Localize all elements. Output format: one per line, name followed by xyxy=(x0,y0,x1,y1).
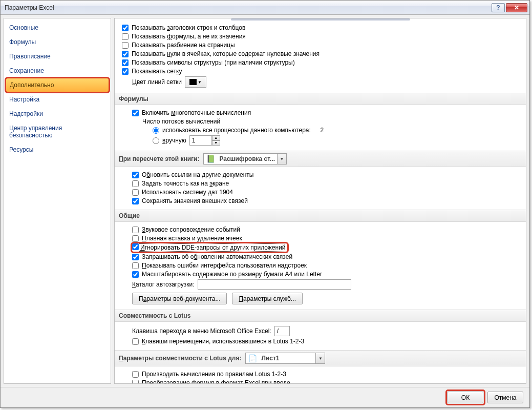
titlebar: Параметры Excel ? ✕ xyxy=(1,1,529,15)
section-general: Общие xyxy=(115,210,526,222)
chk-multithread[interactable] xyxy=(132,110,139,116)
chk-addin-err[interactable] xyxy=(132,262,139,269)
web-params-label: Параметры веб-документа... xyxy=(139,295,220,302)
lotus-sheet-dropdown[interactable]: 📄 Лист1 ▼ xyxy=(245,353,325,364)
chk-date1904[interactable] xyxy=(132,189,139,196)
chk-save-ext[interactable] xyxy=(132,198,139,204)
startup-folder-input[interactable] xyxy=(198,279,351,290)
sidebar-item-customize[interactable]: Настройка xyxy=(4,92,111,107)
lbl-smooth: Плавная вставка и удаление ячеек xyxy=(142,235,242,242)
section-formulas: Формулы xyxy=(115,93,526,105)
lbl-show-zeros: Показывать нули в ячейках, которые содер… xyxy=(132,50,320,57)
sidebar-item-trust[interactable]: Центр управления безопасностью xyxy=(4,121,111,142)
lotus-sheet-name: Лист1 xyxy=(259,355,315,362)
service-params-button[interactable]: Параметры служб... xyxy=(232,293,302,304)
web-params-button[interactable]: Параметры веб-документа... xyxy=(132,293,227,304)
lbl-show-grid: Показывать сетку xyxy=(132,68,182,75)
sheet-icon: 📄 xyxy=(248,354,257,363)
lbl-precision: Задать точность как на экране xyxy=(142,180,229,187)
lbl-lotus-convert: Преобразование формул в формат Excel при… xyxy=(142,379,290,384)
chk-show-formulas[interactable] xyxy=(122,33,129,40)
excel-book-icon: 📗 xyxy=(206,154,215,163)
dropdown-arrow-icon[interactable]: ▼ xyxy=(277,154,286,164)
chk-ignore-dde[interactable] xyxy=(132,243,139,250)
sidebar-item-formulas[interactable]: Формулы xyxy=(4,35,111,49)
dialog-footer: ОК Отмена xyxy=(1,387,529,407)
chk-show-headers[interactable] xyxy=(122,25,129,31)
lbl-ignore-dde: Игнорировать DDE-запросы от других прило… xyxy=(139,243,287,252)
sidebar-item-resources[interactable]: Ресурсы xyxy=(4,142,111,157)
lbl-all-cpu: использовать все процессоры данного комп… xyxy=(162,127,311,134)
lbl-multithread: Включить многопоточные вычисления xyxy=(142,109,251,116)
radio-all-cpu[interactable] xyxy=(153,127,159,134)
dialog-body: Основные Формулы Правописание Сохранение… xyxy=(1,15,529,387)
chk-lotus-calc[interactable] xyxy=(132,371,139,378)
recalc-book-dropdown[interactable]: 📗 Расшифровка ст... ▼ xyxy=(203,153,287,165)
lbl-show-outline: Показывать символы структуры (при наличи… xyxy=(132,59,295,66)
section-recalc-title: При пересчете этой книги: xyxy=(119,155,199,162)
lbl-threads: Число потоков вычислений xyxy=(142,118,220,125)
lbl-show-headers: Показывать заголовки строк и столбцов xyxy=(132,24,245,31)
help-button[interactable]: ? xyxy=(492,3,505,12)
lbl-save-ext: Сохранять значения внешних связей xyxy=(142,197,248,204)
lbl-menu-key: Клавиша перехода в меню Microsoft Office… xyxy=(132,327,271,335)
lbl-startup: Каталог автозагрузки: xyxy=(132,281,195,288)
menu-key-input[interactable] xyxy=(274,326,290,336)
ok-button[interactable]: ОК xyxy=(448,392,483,403)
section-formulas-title: Формулы xyxy=(119,95,148,102)
section-lotus-params-title: Параметры совместимости с Lotus для: xyxy=(119,355,241,362)
section-lotus-params: Параметры совместимости с Lotus для: 📄 Л… xyxy=(115,350,526,366)
chk-scale-a4[interactable] xyxy=(132,271,139,278)
close-button[interactable]: ✕ xyxy=(506,3,527,12)
radio-manual-cpu[interactable] xyxy=(153,137,159,144)
scrollbar-top-indicator xyxy=(231,18,410,20)
dropdown-arrow-icon[interactable]: ▼ xyxy=(315,353,325,363)
cpu-count: 2 xyxy=(321,127,324,134)
dialog-window: Параметры Excel ? ✕ Основные Формулы Пра… xyxy=(0,0,530,408)
sidebar-item-save[interactable]: Сохранение xyxy=(4,64,111,78)
lbl-show-formulas: Показывать формулы, а не их значения xyxy=(132,33,246,40)
section-lotus: Совместимость с Lotus xyxy=(115,310,526,322)
grid-color-picker[interactable]: ▼ xyxy=(185,76,206,88)
service-params-label: Параметры служб... xyxy=(239,295,295,302)
section-recalc: При пересчете этой книги: 📗 Расшифровка … xyxy=(115,151,526,167)
lbl-lotus-nav: Клавиши перемещения, использовавшиеся в … xyxy=(142,338,304,345)
window-title: Параметры Excel xyxy=(5,4,491,11)
section-general-title: Общие xyxy=(119,212,140,219)
chk-update-links[interactable] xyxy=(132,172,139,178)
sidebar-item-advanced[interactable]: Дополнительно xyxy=(6,78,109,92)
chk-show-outline[interactable] xyxy=(122,59,129,66)
chk-show-grid[interactable] xyxy=(122,68,129,75)
manual-threads-spinner[interactable]: ▲▼ xyxy=(189,135,220,146)
lbl-show-pagebreaks: Показывать разбиение на страницы xyxy=(132,42,235,49)
lbl-lotus-calc: Производить вычисления по правилам Lotus… xyxy=(142,371,286,378)
cancel-button[interactable]: Отмена xyxy=(487,392,523,403)
lbl-scale-a4: Масштабировать содержимое по размеру бум… xyxy=(142,271,322,278)
spin-down-icon[interactable]: ▼ xyxy=(212,140,220,146)
chk-precision[interactable] xyxy=(132,180,139,187)
recalc-book-name: Расшифровка ст... xyxy=(217,155,277,162)
chk-lotus-nav[interactable] xyxy=(132,338,139,345)
spin-up-icon[interactable]: ▲ xyxy=(212,135,220,140)
category-sidebar: Основные Формулы Правописание Сохранение… xyxy=(4,18,111,384)
chk-smooth[interactable] xyxy=(132,235,139,242)
chk-sound[interactable] xyxy=(132,227,139,233)
lbl-date1904: Использовать систему дат 1904 xyxy=(142,189,233,196)
lbl-ask-update: Запрашивать об обновлении автоматических… xyxy=(142,253,292,260)
dropdown-arrow-icon: ▼ xyxy=(198,80,202,85)
options-panel: Показывать заголовки строк и столбцов По… xyxy=(114,18,526,384)
lbl-sound: Звуковое сопровождение событий xyxy=(142,226,240,233)
chk-ask-update[interactable] xyxy=(132,254,139,260)
lbl-addin-err: Показывать ошибки интерфейса пользовател… xyxy=(142,262,307,269)
chk-show-pagebreaks[interactable] xyxy=(122,42,129,49)
lbl-update-links: Обновить ссылки на другие документы xyxy=(142,171,253,178)
section-lotus-title: Совместимость с Lotus xyxy=(119,312,190,319)
sidebar-item-addins[interactable]: Надстройки xyxy=(4,107,111,121)
chk-lotus-convert[interactable] xyxy=(132,380,139,384)
sidebar-item-proofing[interactable]: Правописание xyxy=(4,49,111,64)
sidebar-item-general[interactable]: Основные xyxy=(4,20,111,35)
manual-threads-input[interactable] xyxy=(189,135,212,146)
color-swatch-icon xyxy=(189,79,197,85)
lbl-grid-color: Цвет линий сетки xyxy=(132,78,182,86)
chk-show-zeros[interactable] xyxy=(122,51,129,57)
